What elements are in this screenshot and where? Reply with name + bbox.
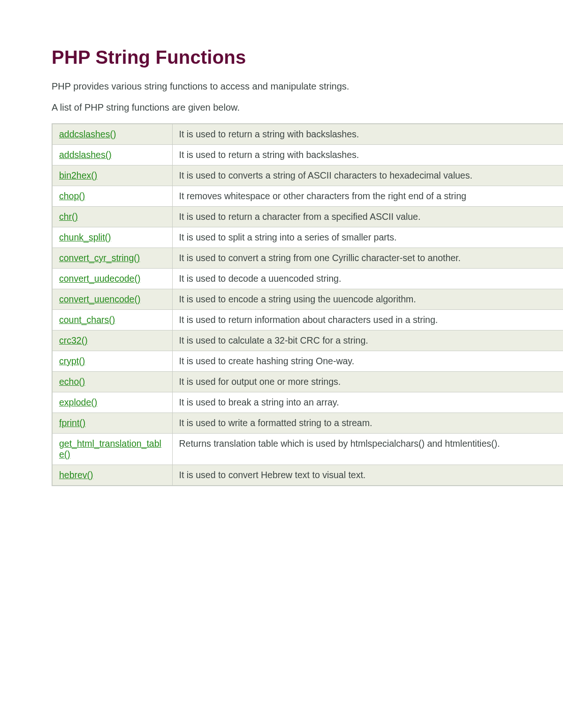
function-link[interactable]: crypt() xyxy=(59,356,85,366)
functions-table: addcslashes()It is used to return a stri… xyxy=(52,123,563,486)
table-row: addslashes()It is used to return a strin… xyxy=(52,145,563,165)
function-link[interactable]: convert_cyr_string() xyxy=(59,253,140,263)
function-link[interactable]: addcslashes() xyxy=(59,129,116,139)
function-description-cell: It is used for output one or more string… xyxy=(172,372,563,392)
function-name-cell: chunk_split() xyxy=(52,227,172,248)
function-description-cell: It is used to encode a string using the … xyxy=(172,289,563,310)
intro-paragraph-1: PHP provides various string functions to… xyxy=(52,81,563,92)
function-name-cell: bin2hex() xyxy=(52,165,172,186)
table-row: convert_uudecode()It is used to decode a… xyxy=(52,269,563,289)
function-name-cell: chop() xyxy=(52,186,172,207)
function-link[interactable]: bin2hex() xyxy=(59,170,97,180)
function-name-cell: fprint() xyxy=(52,413,172,434)
function-name-cell: addcslashes() xyxy=(52,124,172,145)
function-name-cell: count_chars() xyxy=(52,310,172,330)
table-row: hebrev()It is used to convert Hebrew tex… xyxy=(52,465,563,486)
table-row: crc32()It is used to calculate a 32-bit … xyxy=(52,330,563,351)
function-description-cell: It is used to calculate a 32-bit CRC for… xyxy=(172,330,563,351)
function-name-cell: echo() xyxy=(52,372,172,392)
functions-table-wrapper: addcslashes()It is used to return a stri… xyxy=(52,123,563,486)
function-name-cell: convert_uudecode() xyxy=(52,269,172,289)
function-description-cell: It is used to convert Hebrew text to vis… xyxy=(172,465,563,486)
table-row: get_html_translation_table()Returns tran… xyxy=(52,434,563,465)
function-name-cell: get_html_translation_table() xyxy=(52,434,172,465)
function-description-cell: It is used to break a string into an arr… xyxy=(172,392,563,413)
function-link[interactable]: addslashes() xyxy=(59,150,112,160)
function-link[interactable]: chunk_split() xyxy=(59,232,111,242)
table-row: addcslashes()It is used to return a stri… xyxy=(52,124,563,145)
function-link[interactable]: echo() xyxy=(59,376,85,387)
function-link[interactable]: get_html_translation_table() xyxy=(59,438,161,459)
function-link[interactable]: explode() xyxy=(59,397,97,407)
function-description-cell: It is used to decode a uuencoded string. xyxy=(172,269,563,289)
function-link[interactable]: hebrev() xyxy=(59,470,93,480)
table-row: bin2hex()It is used to converts a string… xyxy=(52,165,563,186)
function-link[interactable]: crc32() xyxy=(59,335,88,345)
function-description-cell: It is used to return a character from a … xyxy=(172,207,563,227)
function-link[interactable]: fprint() xyxy=(59,418,85,428)
function-description-cell: It is used to return a string with backs… xyxy=(172,124,563,145)
table-row: convert_cyr_string()It is used to conver… xyxy=(52,248,563,269)
table-row: explode()It is used to break a string in… xyxy=(52,392,563,413)
table-row: chunk_split()It is used to split a strin… xyxy=(52,227,563,248)
function-name-cell: crc32() xyxy=(52,330,172,351)
table-row: count_chars()It is used to return inform… xyxy=(52,310,563,330)
function-name-cell: crypt() xyxy=(52,351,172,372)
table-row: fprint()It is used to write a formatted … xyxy=(52,413,563,434)
function-description-cell: It is used to converts a string of ASCII… xyxy=(172,165,563,186)
function-description-cell: It is used to create hashing string One-… xyxy=(172,351,563,372)
table-row: echo()It is used for output one or more … xyxy=(52,372,563,392)
intro-paragraph-2: A list of PHP string functions are given… xyxy=(52,102,563,113)
table-row: chop()It removes whitespace or other cha… xyxy=(52,186,563,207)
function-link[interactable]: chop() xyxy=(59,191,85,201)
function-description-cell: Returns translation table which is used … xyxy=(172,434,563,465)
function-description-cell: It is used to convert a string from one … xyxy=(172,248,563,269)
function-description-cell: It is used to write a formatted string t… xyxy=(172,413,563,434)
table-row: chr()It is used to return a character fr… xyxy=(52,207,563,227)
function-description-cell: It is used to return information about c… xyxy=(172,310,563,330)
function-link[interactable]: count_chars() xyxy=(59,315,115,325)
table-row: crypt()It is used to create hashing stri… xyxy=(52,351,563,372)
function-description-cell: It is used to return a string with backs… xyxy=(172,145,563,165)
function-name-cell: explode() xyxy=(52,392,172,413)
document-page: PHP String Functions PHP provides variou… xyxy=(0,0,563,486)
function-name-cell: hebrev() xyxy=(52,465,172,486)
function-description-cell: It removes whitespace or other character… xyxy=(172,186,563,207)
table-row: convert_uuencode()It is used to encode a… xyxy=(52,289,563,310)
page-title: PHP String Functions xyxy=(52,47,563,68)
function-description-cell: It is used to split a string into a seri… xyxy=(172,227,563,248)
function-link[interactable]: chr() xyxy=(59,211,78,222)
function-name-cell: convert_uuencode() xyxy=(52,289,172,310)
function-name-cell: chr() xyxy=(52,207,172,227)
function-link[interactable]: convert_uudecode() xyxy=(59,273,140,284)
function-name-cell: convert_cyr_string() xyxy=(52,248,172,269)
function-name-cell: addslashes() xyxy=(52,145,172,165)
function-link[interactable]: convert_uuencode() xyxy=(59,294,140,304)
